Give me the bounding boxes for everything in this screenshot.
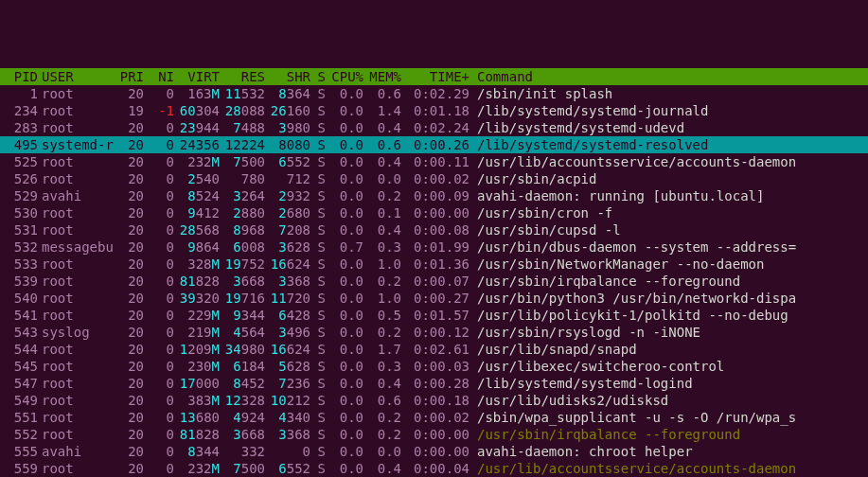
state-cell: S [310,443,326,460]
process-row[interactable]: 547root2001700084527236S0.00.40:00.28/li… [0,375,868,392]
res-cell: 19716 [220,290,265,307]
col-s[interactable]: S [310,68,326,85]
col-user[interactable]: USER [38,68,114,85]
res-cell: 34980 [220,341,265,358]
pri-cell: 20 [114,460,144,477]
shr-cell: 0 [265,443,310,460]
process-row[interactable]: 559root200232M75006552S0.00.40:00.04/usr… [0,460,868,477]
mem-cell: 0.3 [363,238,401,256]
process-row[interactable]: 530root200941228802680S0.00.10:00.00/usr… [0,204,868,221]
shr-cell: 6552 [265,153,310,170]
pri-cell: 20 [114,221,144,238]
ni-cell: 0 [144,119,174,136]
command-cell: /sbin/wpa_supplicant -u -s -O /run/wpa_s [469,409,796,426]
mem-cell: 0.0 [363,170,401,187]
table-header[interactable]: PIDUSERPRINIVIRTRESSHRSCPU%MEM%TIME+Comm… [0,68,868,85]
process-row[interactable]: 533root200328M1975216624S0.01.00:01.36/u… [0,256,868,273]
process-row[interactable]: 541root200229M93446428S0.00.50:01.57/usr… [0,307,868,324]
mem-cell: 0.2 [363,187,401,204]
res-cell: 12224 [220,136,265,153]
time-cell: 0:00.26 [401,136,469,153]
col-pid[interactable]: PID [0,68,38,85]
state-cell: S [310,153,326,170]
process-row[interactable]: 531root2002856889687208S0.00.40:00.08/us… [0,221,868,238]
time-cell: 0:02.24 [401,119,469,136]
command-cell: /usr/lib/accountsservice/accounts-daemon [469,460,796,477]
process-row[interactable]: 552root2008182836683368S0.00.20:00.00/us… [0,426,868,443]
col-ni[interactable]: NI [144,68,174,85]
process-row[interactable]: 525root200232M75006552S0.00.40:00.11/usr… [0,153,868,170]
user-cell: avahi [38,187,114,204]
pid-cell: 551 [0,409,38,426]
cpu-cell: 0.0 [326,221,363,238]
process-row[interactable]: 551root2001368049244340S0.00.20:00.02/sb… [0,409,868,426]
res-cell: 12328 [220,392,265,409]
process-table[interactable]: PIDUSERPRINIVIRTRESSHRSCPU%MEM%TIME+Comm… [0,68,868,477]
col-cmd[interactable]: Command [469,68,533,85]
process-row[interactable]: 543syslog200219M45643496S0.00.20:00.12/u… [0,324,868,341]
time-cell: 0:00.00 [401,443,469,460]
state-cell: S [310,204,326,221]
pri-cell: 20 [114,392,144,409]
shr-cell: 16624 [265,256,310,273]
shr-cell: 712 [265,170,310,187]
time-cell: 0:00.04 [401,460,469,477]
virt-cell: 232M [174,460,220,477]
process-row[interactable]: 532messagebu200986460083628S0.70.30:01.9… [0,238,868,256]
command-cell: /usr/lib/udisks2/udisksd [469,392,668,409]
mem-cell: 0.6 [363,136,401,153]
ni-cell: -1 [144,102,174,119]
ni-cell: 0 [144,204,174,221]
process-row[interactable]: 544root2001209M3498016624S0.01.70:02.61/… [0,341,868,358]
pri-cell: 20 [114,153,144,170]
ni-cell: 0 [144,290,174,307]
process-row[interactable]: 526root2002540780712S0.00.00:00.02/usr/s… [0,170,868,187]
col-res[interactable]: RES [220,68,265,85]
state-cell: S [310,324,326,341]
virt-cell: 39320 [174,290,220,307]
col-mem[interactable]: MEM% [363,68,401,85]
col-pri[interactable]: PRI [114,68,144,85]
time-cell: 0:01.36 [401,256,469,273]
process-row[interactable]: 529avahi200852432642932S0.00.20:00.09ava… [0,187,868,204]
res-cell: 9344 [220,307,265,324]
command-cell: /usr/lib/policykit-1/polkitd --no-debug [469,307,788,324]
process-row[interactable]: 283root2002394474883980S0.00.40:02.24/li… [0,119,868,136]
col-shr[interactable]: SHR [265,68,310,85]
pri-cell: 20 [114,85,144,102]
col-virt[interactable]: VIRT [174,68,220,85]
command-cell: /usr/sbin/acpid [469,170,596,187]
process-row[interactable]: 540root200393201971611720S0.01.00:00.27/… [0,290,868,307]
user-cell: root [38,221,114,238]
pri-cell: 20 [114,290,144,307]
virt-cell: 28568 [174,221,220,238]
state-cell: S [310,426,326,443]
state-cell: S [310,102,326,119]
process-row[interactable]: 539root2008182836683368S0.00.20:00.07/us… [0,273,868,290]
command-cell: /usr/sbin/cron -f [469,204,612,221]
cpu-cell: 0.0 [326,358,363,375]
process-row[interactable]: 555avahi20083443320S0.00.00:00.00avahi-d… [0,443,868,460]
cpu-cell: 0.0 [326,204,363,221]
process-row[interactable]: 1root200163M115328364S0.00.60:02.29/sbin… [0,85,868,102]
shr-cell: 8080 [265,136,310,153]
command-cell: /lib/systemd/systemd-journald [469,102,708,119]
col-time[interactable]: TIME+ [401,68,469,85]
process-row[interactable]: 549root200383M1232810212S0.00.60:00.18/u… [0,392,868,409]
cpu-cell: 0.0 [326,460,363,477]
shr-cell: 2932 [265,187,310,204]
state-cell: S [310,238,326,256]
command-cell: /lib/systemd/systemd-logind [469,375,693,392]
pid-cell: 545 [0,358,38,375]
cpu-cell: 0.0 [326,443,363,460]
process-row[interactable]: 234root19-1603042808826160S0.01.40:01.18… [0,102,868,119]
col-cpu[interactable]: CPU% [326,68,363,85]
process-row[interactable]: 545root200230M61845628S0.00.30:00.03/usr… [0,358,868,375]
shr-cell: 16624 [265,341,310,358]
pid-cell: 540 [0,290,38,307]
cpu-cell: 0.0 [326,153,363,170]
process-row[interactable]: 495systemd-r20024356122248080S0.00.60:00… [0,136,868,153]
ni-cell: 0 [144,375,174,392]
user-cell: root [38,375,114,392]
pid-cell: 539 [0,273,38,290]
